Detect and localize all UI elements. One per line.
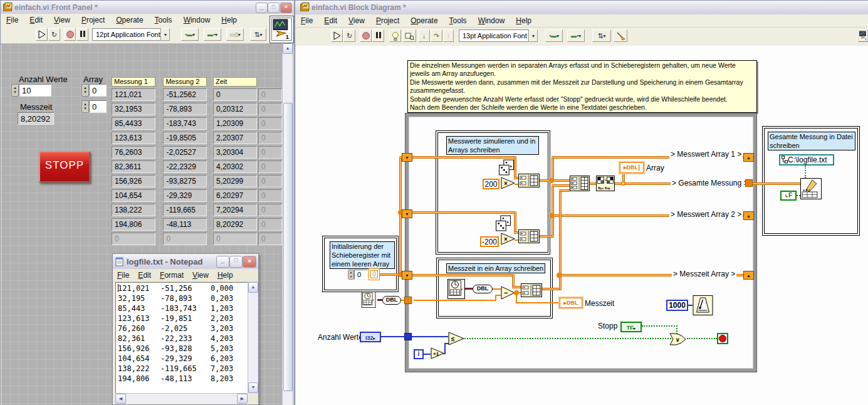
increment-node[interactable]: +1 — [431, 347, 444, 359]
notepad-menu-item[interactable]: Format — [155, 270, 188, 281]
front-panel-editor[interactable]: Anzahl Werte ▲▼ 10 Messzeit 8,20292 Arra… — [1, 43, 293, 405]
constant-1000[interactable]: 1000 — [666, 300, 688, 311]
stopp-control-terminal[interactable]: TF▸ — [620, 322, 642, 332]
menu-item[interactable]: Window — [178, 14, 216, 26]
table-cell[interactable]: 4,20302 — [213, 160, 257, 173]
wire-label-gesamte[interactable]: > Gesamte Messung > — [671, 179, 749, 187]
file-path-constant[interactable]: C:\logfile.txt — [779, 154, 834, 166]
loop-condition-terminal[interactable] — [717, 333, 728, 344]
table-cell-empty[interactable]: 0 — [258, 233, 282, 245]
align-objects-button[interactable]: ▪▬▾ — [181, 28, 199, 41]
block-diagram-editor[interactable]: Die einzelnen Messungen werden in separa… — [296, 46, 868, 405]
array-constant-index-spinner[interactable]: ▲▼ — [348, 270, 354, 280]
align-objects-button[interactable]: ▪▬▾ — [545, 29, 563, 42]
front-panel-titlebar[interactable]: einfach.vi Front Panel * _ □ × — [1, 1, 294, 14]
menu-item[interactable]: Tools — [444, 15, 473, 26]
step-over-button[interactable]: ↷ — [431, 29, 442, 42]
less-equal-node[interactable]: ≤ — [448, 332, 464, 345]
menu-item[interactable]: File — [1, 14, 24, 26]
to-double-conversion[interactable]: DBL — [473, 285, 493, 293]
diagram-comment[interactable]: Die einzelnen Messungen werden in separa… — [407, 60, 757, 113]
table-cell[interactable]: -93,8275 — [163, 175, 207, 187]
table-cell-empty[interactable]: 0 — [258, 146, 282, 159]
write-to-spreadsheet-file-icon[interactable] — [800, 178, 822, 199]
file-box-label[interactable]: Gesamte Messung in Datei schreiben — [768, 132, 855, 150]
table-cell-empty[interactable]: 0 — [258, 175, 282, 187]
multiply-node[interactable]: × — [501, 177, 516, 190]
menu-item[interactable]: Project — [370, 15, 405, 26]
scroll-right-button[interactable]: ▶ — [237, 394, 248, 404]
distribute-objects-button[interactable]: ▬▪▾ — [567, 29, 585, 42]
array-index-spinner-2[interactable]: ▲▼ — [81, 100, 89, 113]
messzeit-indicator-terminal[interactable]: ▸DBL — [560, 298, 582, 308]
constant-200[interactable]: 200 — [483, 179, 499, 189]
menu-item[interactable]: Help — [216, 14, 243, 26]
table-cell-empty[interactable]: 0 — [258, 189, 282, 202]
highlight-execution-button[interactable] — [389, 29, 401, 42]
table-cell[interactable]: 194,806 — [112, 218, 155, 231]
table-cell[interactable]: 0 — [213, 233, 257, 245]
menu-item[interactable]: Project — [76, 14, 110, 26]
run-button[interactable] — [36, 28, 48, 41]
stopp-button[interactable]: STOPP — [39, 151, 90, 182]
boolean-false-constant[interactable]: ↳F — [780, 191, 797, 201]
font-selector[interactable]: 12pt Application Font — [92, 28, 161, 41]
array-index-input-1[interactable]: 0 — [89, 84, 107, 97]
notepad-menu-item[interactable]: Help — [213, 270, 238, 281]
step-out-button[interactable]: ↑ — [443, 29, 454, 42]
scrollbar-thumb[interactable] — [283, 103, 293, 391]
vi-icon-button[interactable] — [269, 16, 294, 43]
table-cell[interactable]: 5,20299 — [213, 175, 257, 187]
table-cell[interactable]: 3,20304 — [213, 146, 257, 159]
scroll-left-button[interactable]: ◀ — [115, 394, 126, 404]
array-index-spinner-1[interactable]: ▲▼ — [81, 84, 89, 97]
table-cell[interactable]: 156,926 — [112, 175, 155, 187]
run-button[interactable] — [331, 29, 343, 42]
shift-register-right-1[interactable]: ▲ — [743, 153, 754, 162]
font-selector[interactable]: 13pt Application Font — [459, 29, 529, 42]
shift-register-right-3[interactable]: ▲ — [743, 271, 754, 280]
table-cell-empty[interactable]: 0 — [258, 88, 282, 101]
table-cell[interactable]: 85,4433 — [112, 117, 155, 130]
close-button[interactable]: × — [280, 3, 292, 13]
constant-minus-200[interactable]: -200 — [480, 236, 499, 247]
table-cell[interactable]: 123,613 — [112, 132, 155, 144]
front-panel-vscrollbar[interactable]: ▲ — [282, 43, 293, 405]
table-cell[interactable]: 0 — [213, 88, 257, 101]
notepad-text-area[interactable]: 121,021-51,2560,000 32,195-78,8930,203 8… — [115, 282, 248, 393]
table-cell[interactable]: 82,3611 — [112, 160, 155, 173]
resize-objects-button[interactable]: ▭▯▾ — [226, 28, 244, 41]
table-header[interactable]: Zeit — [213, 77, 257, 87]
notepad-menu-item[interactable]: Edit — [133, 270, 155, 281]
table-cell[interactable]: -48,113 — [163, 218, 207, 231]
clean-up-diagram-button[interactable] — [614, 29, 627, 42]
notepad-close-button[interactable]: × — [243, 256, 256, 268]
tunnel-gesamte-messung[interactable] — [745, 179, 753, 187]
menu-item[interactable]: File — [295, 15, 318, 26]
abort-button[interactable] — [360, 29, 372, 42]
table-cell-empty[interactable]: 0 — [258, 103, 282, 115]
pause-button[interactable] — [372, 29, 384, 42]
build-array-node-3[interactable] — [521, 283, 542, 297]
reorder-button[interactable]: ⇅▾ — [250, 28, 266, 41]
distribute-objects-button[interactable]: ▬▪▾ — [204, 28, 221, 41]
vi-icon-button[interactable] — [858, 29, 868, 42]
block-diagram-titlebar[interactable]: einfach.vi Block Diagram * — [295, 1, 868, 14]
table-cell[interactable]: 32,1953 — [112, 103, 155, 115]
menu-item[interactable]: Help — [510, 15, 537, 26]
minimize-button[interactable]: _ — [256, 3, 268, 13]
notepad-vscrollbar[interactable]: ▲ ▼ — [248, 282, 258, 393]
table-cell[interactable]: 1,20309 — [213, 117, 257, 130]
run-continuous-button[interactable]: ↻ — [343, 29, 355, 42]
menu-item[interactable]: Operate — [110, 14, 149, 26]
menu-item[interactable]: View — [48, 14, 76, 26]
retain-wire-values-button[interactable] — [403, 29, 416, 42]
notepad-maximize-button[interactable]: □ — [229, 256, 243, 268]
random-number-dice-icon[interactable] — [495, 215, 511, 231]
table-cell-empty[interactable]: 0 — [258, 117, 282, 130]
notepad-titlebar[interactable]: logfile.txt - Notepad _ □ × — [113, 254, 258, 269]
anzahl-werte-input[interactable]: 10 — [19, 84, 51, 97]
notepad-menu-item[interactable]: View — [188, 270, 213, 281]
build-array-node-1[interactable] — [518, 174, 540, 187]
loop-iteration-terminal[interactable]: i — [414, 349, 424, 359]
